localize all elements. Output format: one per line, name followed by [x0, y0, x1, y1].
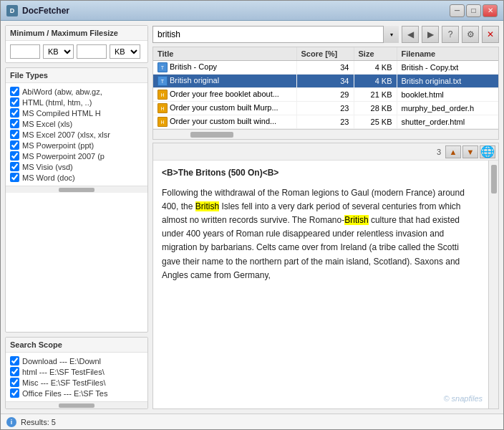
filetype-label: AbiWord (abw, abw.gz, — [22, 87, 102, 96]
html-file-icon: H — [158, 117, 168, 127]
filetype-checkbox-0[interactable] — [10, 87, 19, 96]
filesize-row: KB MB GB KB MB GB — [6, 41, 147, 62]
filetype-label: MS Powerpoint 2007 (p — [22, 152, 105, 161]
next-match-button[interactable]: ▼ — [462, 145, 478, 158]
results-table-container[interactable]: Title Score [%] Size Filename TBritish -… — [153, 47, 498, 129]
col-score[interactable]: Score [%] — [296, 47, 354, 61]
col-filename[interactable]: Filename — [397, 47, 498, 61]
file-type-item: MS Visio (vsd) — [9, 161, 145, 172]
filetypes-section: File Types AbiWord (abw, abw.gz,HTML (ht… — [5, 67, 148, 333]
filetype-checkbox-5[interactable] — [10, 140, 19, 150]
min-filesize-unit[interactable]: KB MB GB — [43, 44, 74, 59]
txt-file-icon: T — [158, 62, 168, 72]
preview-scrollbar[interactable] — [488, 161, 498, 408]
settings-button[interactable]: ⚙ — [462, 26, 479, 43]
maximize-button[interactable]: □ — [466, 4, 481, 17]
search-input[interactable] — [152, 26, 399, 43]
cell-size: 25 KB — [354, 115, 397, 129]
table-row[interactable]: HOrder your custom built Murp...2328 KBm… — [153, 102, 498, 115]
scope-label: html --- E:\SF TestFiles\ — [22, 368, 105, 376]
txt-file-icon: T — [158, 76, 168, 86]
search-scope-scrollbar[interactable] — [6, 401, 147, 408]
main-content: Minimum / Maximum Filesize KB MB GB KB M… — [1, 21, 503, 414]
table-row[interactable]: HOrder your custom built wind...2325 KBs… — [153, 115, 498, 129]
cell-size: 28 KB — [354, 102, 397, 115]
preview-toolbar: 3 ▲ ▼ 🌐 — [153, 143, 498, 161]
search-dropdown-button[interactable]: ▾ — [383, 26, 399, 43]
filetype-checkbox-3[interactable] — [10, 119, 19, 128]
forward-button[interactable]: ▶ — [422, 26, 439, 43]
filetype-checkbox-8[interactable] — [10, 173, 19, 182]
cell-score: 23 — [296, 102, 354, 115]
file-type-item: MS Powerpoint (ppt) — [9, 140, 145, 150]
cell-title: HOrder your custom built Murp... — [153, 102, 296, 115]
options-button[interactable]: ✕ — [482, 26, 499, 43]
scope-checkbox-1[interactable] — [10, 367, 19, 376]
cell-title: HOrder your free booklet about... — [153, 88, 296, 102]
col-title[interactable]: Title — [153, 47, 296, 61]
cell-score: 34 — [296, 75, 354, 88]
page-number: 3 — [437, 148, 441, 156]
preview-panel: 3 ▲ ▼ 🌐 <B>The Britons (500 On)<B> Follo… — [152, 143, 499, 409]
table-row[interactable]: HOrder your free booklet about...2921 KB… — [153, 88, 498, 102]
main-window: D DocFetcher ─ □ ✕ Minimum / Maximum Fil… — [0, 0, 504, 430]
search-bar: ▾ ◀ ▶ ? ⚙ ✕ — [152, 25, 499, 44]
search-scope-item: Misc --- E:\SF TestFiles\ — [9, 377, 145, 388]
file-type-item: MS Excel (xls) — [9, 118, 145, 129]
col-size[interactable]: Size — [354, 47, 397, 61]
watermark: © snapfiles — [443, 393, 483, 406]
minimize-button[interactable]: ─ — [450, 4, 465, 17]
file-type-item: HTML (html, htm, ..) — [9, 97, 145, 108]
scope-checkbox-0[interactable] — [10, 356, 19, 366]
help-button[interactable]: ? — [442, 26, 459, 43]
html-file-icon: H — [158, 103, 168, 113]
right-panel: ▾ ◀ ▶ ? ⚙ ✕ Title Score [%] Size — [152, 25, 499, 409]
file-type-item: AbiWord (abw, abw.gz, — [9, 86, 145, 97]
table-row[interactable]: TBritish original344 KBBritish original.… — [153, 75, 498, 88]
max-filesize-input[interactable] — [77, 44, 107, 59]
filetype-checkbox-2[interactable] — [10, 108, 19, 118]
back-button[interactable]: ◀ — [402, 26, 419, 43]
cell-size: 4 KB — [354, 75, 397, 88]
prev-match-button[interactable]: ▲ — [445, 145, 461, 158]
cell-title: TBritish original — [153, 75, 296, 88]
cell-filename: booklet.html — [397, 88, 498, 102]
filesize-title: Minimum / Maximum Filesize — [6, 26, 147, 41]
search-scope-section: Search Scope Download --- E:\Downlhtml -… — [5, 337, 148, 409]
min-filesize-input[interactable] — [10, 44, 40, 59]
highlight-british-2: British — [344, 215, 368, 225]
file-type-item: MS Powerpoint 2007 (p — [9, 150, 145, 161]
search-scope-list: Download --- E:\Downlhtml --- E:\SF Test… — [6, 353, 147, 401]
preview-text: Following the withdrawal of the Roman le… — [162, 186, 480, 282]
window-controls: ─ □ ✕ — [450, 4, 498, 17]
cell-score: 23 — [296, 115, 354, 129]
scope-checkbox-2[interactable] — [10, 378, 19, 387]
table-row[interactable]: TBritish - Copy344 KBBritish - Copy.txt — [153, 61, 498, 75]
title-bar: D DocFetcher ─ □ ✕ — [1, 1, 503, 21]
filesize-section: Minimum / Maximum Filesize KB MB GB KB M… — [5, 25, 148, 63]
filetypes-scrollbar[interactable] — [6, 186, 147, 193]
search-scope-item: html --- E:\SF TestFiles\ — [9, 366, 145, 377]
filetype-checkbox-4[interactable] — [10, 130, 19, 139]
results-hscrollbar[interactable] — [153, 129, 498, 139]
filetype-checkbox-1[interactable] — [10, 97, 19, 107]
open-browser-button[interactable]: 🌐 — [480, 145, 495, 158]
status-icon: i — [6, 417, 16, 427]
search-scope-scroll-thumb — [59, 403, 94, 408]
preview-scroll-thumb — [491, 165, 497, 194]
max-filesize-unit[interactable]: KB MB GB — [110, 44, 140, 59]
scope-checkbox-3[interactable] — [10, 388, 19, 398]
cell-score: 29 — [296, 88, 354, 102]
status-bar: i Results: 5 — [1, 414, 503, 429]
status-text: Results: 5 — [21, 418, 56, 426]
filetype-checkbox-6[interactable] — [10, 151, 19, 161]
file-type-item: MS Compiled HTML H — [9, 108, 145, 118]
cell-filename: shutter_order.html — [397, 115, 498, 129]
preview-heading: <B>The Britons (500 On)<B> — [162, 166, 480, 180]
search-scope-item: Office Files --- E:\SF Tes — [9, 388, 145, 398]
filetype-label: HTML (html, htm, ..) — [22, 98, 92, 107]
filetype-checkbox-7[interactable] — [10, 162, 19, 171]
cell-size: 21 KB — [354, 88, 397, 102]
scope-label: Download --- E:\Downl — [22, 357, 101, 366]
close-button[interactable]: ✕ — [483, 4, 498, 17]
